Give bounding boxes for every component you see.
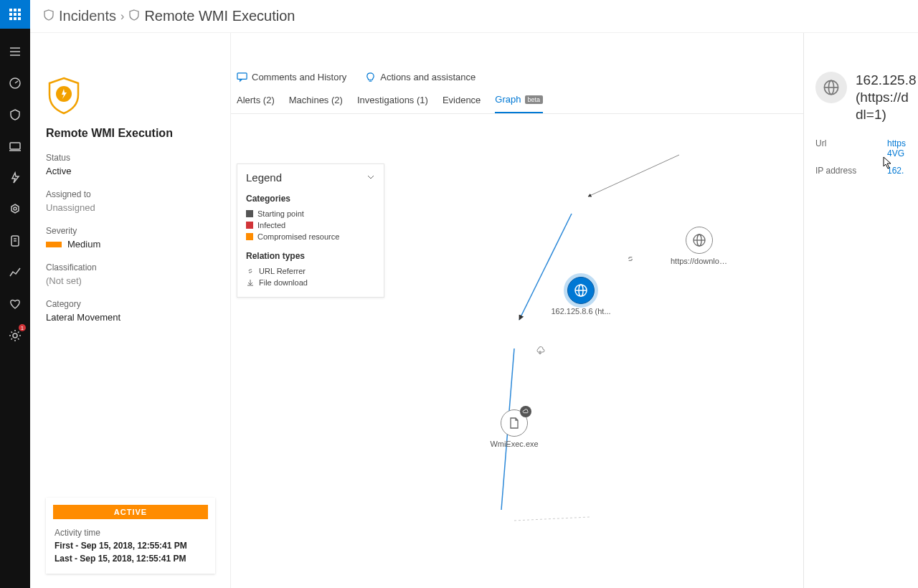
status-label: Status [46,153,214,163]
severity-bar [46,242,62,247]
side-title-line2: (https://d [856,89,917,106]
incident-shield-icon [30,76,230,118]
beta-badge: beta [525,95,544,104]
svg-line-28 [514,517,590,521]
download-icon [246,278,255,287]
cloud-download-icon [535,346,548,359]
chevron-right-icon: › [120,10,124,23]
svg-rect-4 [14,13,16,16]
globe-icon [815,72,847,103]
nav-dashboard[interactable] [0,67,30,99]
tab-evidence[interactable]: Evidence [443,94,481,113]
nav-reports[interactable] [0,257,30,288]
tab-bar: Alerts (2) Machines (2) Investigations (… [231,90,803,114]
nav-alerts[interactable] [0,162,30,194]
svg-line-25 [588,155,679,196]
category-label: Category [46,299,214,309]
shield-icon [128,8,140,24]
nav-incidents[interactable] [0,99,30,131]
severity-label: Severity [46,226,214,236]
legend-title: Legend [246,171,282,184]
svg-rect-6 [9,17,12,20]
activity-card: ACTIVE Activity time First - Sep 15, 201… [46,498,215,574]
assigned-label: Assigned to [46,189,214,199]
activity-last: Last - Sep 15, 2018, 12:55:41 PM [46,552,215,565]
side-url-label: Url [815,138,858,158]
graph-edges [231,62,803,564]
node-file-wmiexec[interactable]: WmiExec.exe [486,409,543,448]
svg-rect-7 [14,17,16,20]
swatch-compromised [246,233,253,240]
svg-rect-2 [18,9,21,11]
svg-rect-23 [237,73,247,79]
globe-icon [692,233,706,247]
nav-settings[interactable]: 1 [0,320,30,351]
tab-machines[interactable]: Machines (2) [289,94,343,113]
tab-alerts[interactable]: Alerts (2) [237,94,275,113]
classification-value: (Not set) [46,275,214,286]
status-value: Active [46,166,214,176]
link-icon [246,267,255,275]
nav-menu[interactable] [0,36,30,67]
node-url[interactable]: https://downloa... [671,227,728,265]
cloud-badge-icon [520,406,531,417]
svg-rect-3 [9,13,12,16]
link-icon [625,254,638,267]
lightbulb-icon [365,72,376,82]
app-launcher[interactable] [0,0,30,29]
assigned-value: Unassigned [46,202,214,213]
side-ip-label: IP address [815,166,858,176]
legend-panel: Legend Categories Starting point Infecte… [237,163,384,298]
svg-rect-0 [9,9,12,11]
nav-auto-ir[interactable] [0,194,30,225]
actions-assistance-action[interactable]: Actions and assistance [365,72,475,82]
legend-relations-title: Relation types [246,251,375,261]
side-url-value[interactable]: https [887,138,906,148]
side-title-line3: dl=1) [856,106,917,123]
swatch-infected [246,222,253,229]
incident-summary-panel: Remote WMI Execution Status Active Assig… [30,29,231,588]
breadcrumb-bar: Incidents › Remote WMI Execution [30,0,918,33]
globe-icon [574,283,588,298]
node-ip-selected[interactable]: 162.125.8.6 (ht... [545,277,617,316]
activity-status-badge: ACTIVE [53,505,208,519]
svg-rect-1 [14,9,16,11]
incident-title: Remote WMI Execution [30,118,230,153]
nav-health[interactable] [0,288,30,320]
swatch-starting [246,210,253,217]
shield-icon [43,8,55,24]
classification-label: Classification [46,262,214,272]
main-panel: Comments and History Actions and assista… [231,29,803,588]
comment-icon [237,72,247,82]
nav-machines[interactable] [0,131,30,162]
activity-first: First - Sep 15, 2018, 12:55:41 PM [46,539,215,552]
svg-point-17 [14,207,16,210]
legend-categories-title: Categories [246,194,375,204]
severity-value: Medium [67,239,100,250]
legend-collapse[interactable] [366,171,375,184]
left-nav: 1 [0,29,30,588]
category-value: Lateral Movement [46,312,214,323]
breadcrumb-current: Remote WMI Execution [144,8,295,24]
svg-point-21 [13,333,17,338]
file-icon [508,417,521,430]
side-title-line1: 162.125.8 [856,72,917,89]
details-side-panel: 162.125.8 (https://d dl=1) Url https 4VG… [803,29,918,588]
tab-investigations[interactable]: Investigations (1) [357,94,428,113]
cursor-icon [883,156,893,172]
svg-rect-5 [18,13,21,16]
breadcrumb-root[interactable]: Incidents [59,8,116,24]
svg-rect-8 [18,17,21,20]
tab-graph[interactable]: Graph beta [495,94,543,113]
settings-badge: 1 [19,324,26,331]
svg-rect-15 [10,143,20,149]
nav-advanced[interactable] [0,225,30,257]
activity-time-label: Activity time [46,526,215,539]
comments-history-action[interactable]: Comments and History [237,72,346,82]
